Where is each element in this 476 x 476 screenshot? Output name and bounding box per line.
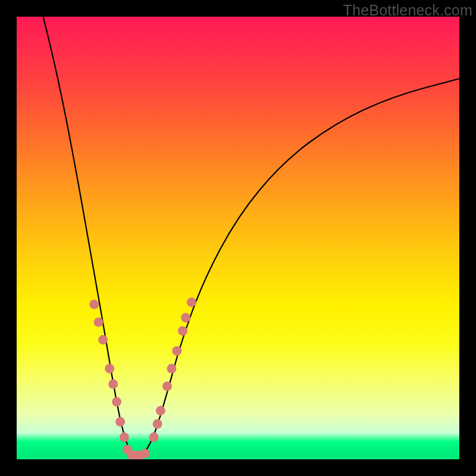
curve-marker — [149, 433, 159, 442]
left-branch-markers — [89, 300, 150, 459]
curve-marker — [167, 364, 176, 374]
curve-marker — [108, 380, 118, 389]
curve-marker — [98, 335, 108, 345]
curve-marker — [172, 346, 181, 356]
curve-marker — [178, 326, 187, 336]
curve-marker — [181, 313, 190, 322]
curve-marker — [115, 417, 125, 427]
curve-marker — [120, 433, 129, 442]
curve-marker — [156, 406, 165, 415]
bottleneck-curve — [43, 17, 459, 456]
curve-marker — [105, 364, 114, 374]
right-branch-markers — [149, 298, 196, 442]
curve-marker — [112, 397, 121, 406]
curve-marker — [153, 419, 162, 429]
watermark-text: TheBottleneck.com — [343, 2, 472, 19]
plot-area — [17, 17, 459, 459]
curve-marker — [140, 449, 150, 458]
curve-marker — [162, 381, 172, 391]
chart-svg — [17, 17, 459, 459]
curve-marker — [89, 300, 99, 309]
curve-marker — [187, 298, 196, 307]
chart-frame: TheBottleneck.com — [0, 0, 476, 476]
curve-marker — [94, 317, 104, 327]
